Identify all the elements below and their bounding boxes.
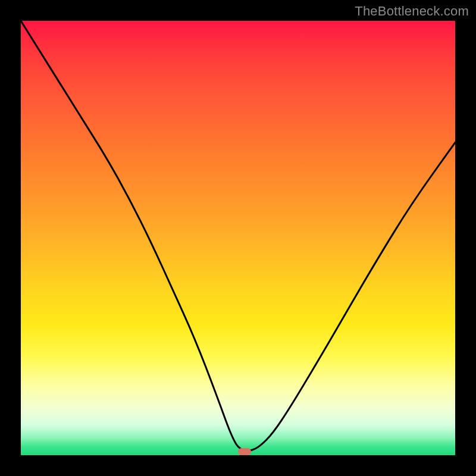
bottleneck-curve (21, 21, 455, 455)
chart-frame: TheBottleneck.com (0, 0, 476, 476)
optimum-marker (238, 448, 251, 455)
watermark-text: TheBottleneck.com (355, 4, 469, 19)
plot-area (21, 21, 455, 455)
